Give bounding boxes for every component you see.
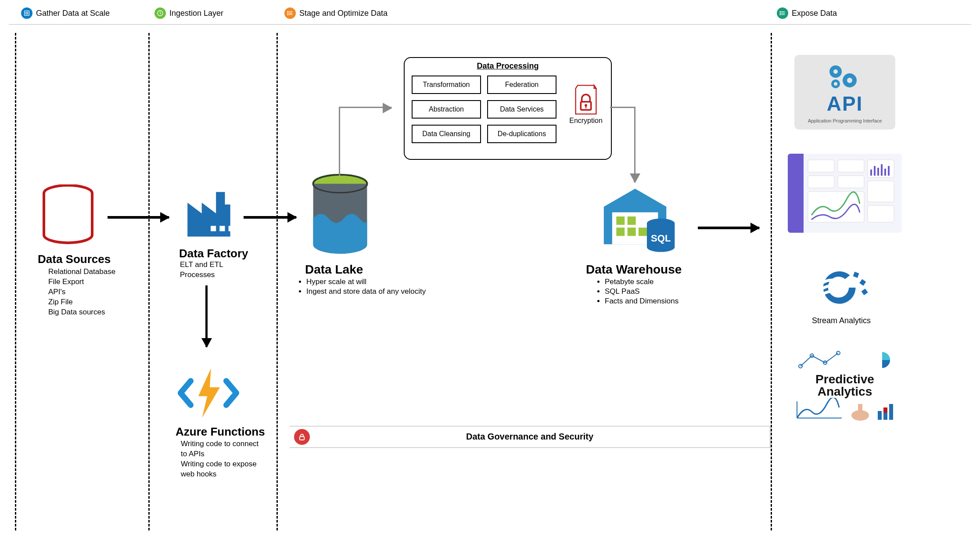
svg-rect-26 [628,216,636,225]
svg-point-7 [287,13,288,13]
svg-rect-23 [585,106,586,108]
panel-data-processing: Data Processing Transformation Federatio… [404,57,612,160]
svg-rect-28 [628,227,636,236]
svg-point-13 [780,13,780,13]
dashboard-icon [788,154,902,233]
stream-analytics-icon [813,263,870,312]
lane-divider [276,33,278,530]
svg-rect-65 [883,407,887,413]
governance-label: Data Governance and Security [290,432,770,442]
arrow-processing-to-warehouse [634,173,635,182]
svg-rect-49 [838,176,864,188]
lane-header-ingest: Ingestion Layer [154,4,223,22]
svg-rect-40 [838,160,864,172]
lane-label: Stage and Optimize Data [299,9,388,18]
processing-grid: Transformation Federation Abstraction Da… [412,76,556,143]
processing-cell: Abstraction [412,100,481,119]
gears-icon [825,61,865,92]
lane-label: Expose Data [792,9,837,18]
lane-label: Gather Data at Scale [36,9,110,18]
node-title: Data Warehouse [586,263,682,277]
svg-rect-29 [639,227,647,236]
svg-point-36 [847,78,852,83]
node-title: Data Sources [38,252,111,266]
arrow-sources-to-factory [108,216,169,219]
connector-lake-up [339,108,340,176]
processing-cell: Transformation [412,76,481,94]
processing-cell: Data Services [487,100,556,119]
processing-cell: De-duplications [487,125,556,143]
svg-rect-47 [888,166,890,176]
svg-point-34 [833,69,838,74]
svg-point-14 [780,14,780,15]
lane-divider [15,33,16,530]
lane-divider [148,33,150,530]
predictive-label-1: Predictive [815,373,874,386]
svg-point-6 [287,11,288,12]
arrow-warehouse-to-expose [698,227,759,229]
expose-stream-analytics: Stream Analytics [812,263,871,325]
stream-analytics-label: Stream Analytics [812,316,871,325]
node-title: Azure Functions [176,425,265,439]
svg-rect-46 [884,169,886,176]
stage-icon [284,7,296,19]
architecture-diagram: Gather Data at Scale Ingestion Layer Sta… [0,0,980,548]
node-title: Data Factory [179,247,248,260]
node-subtitle: ELT and ETL Processes [180,260,246,280]
data-warehouse-bullets: Petabyte scale SQL PaaS Facts and Dimens… [597,277,719,306]
svg-rect-54 [859,279,866,286]
svg-rect-51 [868,181,894,202]
data-lake-icon [307,173,373,257]
header-divider [9,24,971,25]
node-data-lake [307,173,373,259]
lane-header-gather: Gather Data at Scale [21,4,110,22]
lane-label: Ingestion Layer [169,9,223,18]
svg-rect-18 [229,226,234,231]
gather-icon [21,7,32,19]
governance-bar: Data Governance and Security [290,426,770,448]
svg-rect-48 [808,176,834,188]
node-data-warehouse: SQL [597,184,680,259]
svg-rect-25 [616,216,625,225]
svg-rect-27 [616,227,625,236]
node-azure-functions [176,364,241,423]
svg-rect-52 [868,206,894,222]
data-warehouse-icon: SQL [597,184,680,257]
factory-icon [182,187,239,244]
svg-point-12 [780,11,780,12]
connector-processing-right [610,107,635,108]
svg-rect-62 [878,411,882,420]
api-card: API Application Programming Interface [794,55,895,130]
svg-rect-53 [853,272,859,278]
svg-point-38 [834,82,837,86]
database-icon [39,184,97,250]
svg-rect-44 [877,168,879,176]
svg-point-8 [287,14,288,15]
svg-rect-0 [25,11,29,16]
lane-header-stage: Stage and Optimize Data [284,4,388,22]
svg-text:SQL: SQL [651,233,671,244]
azure-functions-desc: Writing code to connect to APIs Writing … [181,439,264,480]
panel-title: Data Processing [405,61,611,71]
encryption-lock-icon [574,84,598,115]
expose-predictive-analytics: Predictive Analytics [792,347,897,424]
expose-icon [777,7,788,19]
encryption-block: Encryption [569,84,603,125]
expose-api: API Application Programming Interface [794,55,895,130]
api-title: API [827,92,863,115]
api-subtitle: Application Programming Interface [808,118,882,123]
azure-functions-icon [176,364,241,422]
ingest-icon [154,7,166,19]
svg-rect-50 [808,191,864,222]
node-title: Data Lake [305,263,363,277]
processing-cell: Data Cleansing [412,125,481,143]
pa-bottom-icons [794,398,895,424]
svg-rect-45 [881,164,883,176]
svg-rect-39 [808,160,834,172]
svg-rect-61 [858,404,862,413]
arrow-factory-to-functions [205,285,208,347]
svg-rect-17 [219,226,225,231]
arrow-factory-to-lake [244,216,296,219]
node-data-sources [39,184,97,252]
data-lake-bullets: Hyper scale at will Ingest and store dat… [298,277,464,297]
